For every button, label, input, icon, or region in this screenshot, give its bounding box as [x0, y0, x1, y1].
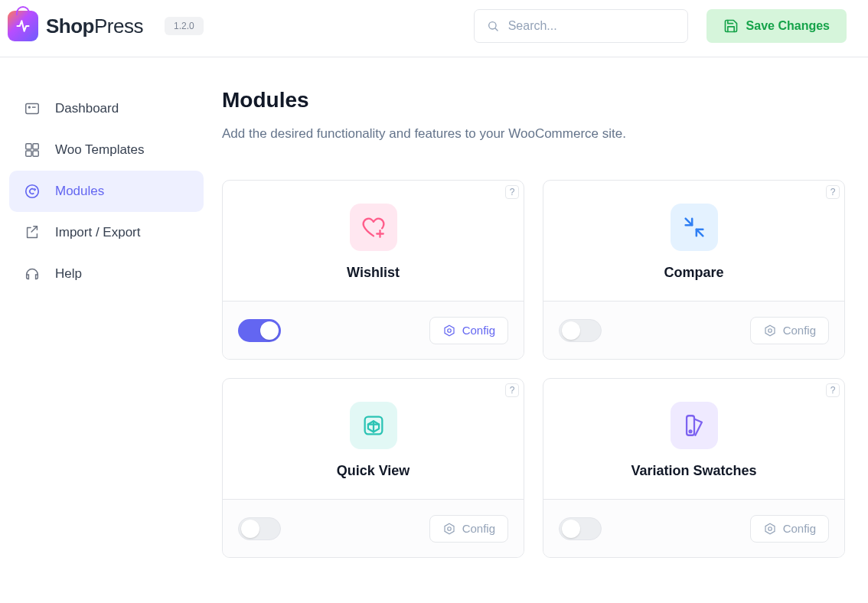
brand-logo-icon	[8, 11, 38, 41]
main-content: Modules Add the desired functionality an…	[222, 88, 868, 558]
sidebar-item-modules[interactable]: Modules	[9, 171, 204, 212]
svg-marker-20	[445, 523, 454, 534]
brand-name: ShopPress	[46, 15, 143, 38]
brand: ShopPress 1.2.0	[8, 11, 204, 41]
wishlist-icon	[350, 204, 397, 251]
save-icon	[723, 18, 739, 34]
config-icon	[763, 522, 777, 536]
module-config-label: Config	[462, 324, 495, 337]
svg-rect-5	[26, 144, 31, 149]
brand-name-bold: Shop	[46, 15, 94, 37]
svg-rect-2	[26, 104, 39, 114]
svg-rect-8	[33, 151, 38, 156]
variation-swatches-icon	[671, 402, 718, 449]
header: ShopPress 1.2.0 Save Changes	[0, 0, 868, 57]
module-card-quickview: ? Quick View Config	[222, 378, 524, 558]
sidebar-item-import-export[interactable]: Import / Export	[9, 212, 204, 253]
search-box[interactable]	[474, 9, 688, 43]
sidebar-item-label: Woo Templates	[55, 142, 145, 158]
sidebar-item-label: Modules	[55, 184, 104, 199]
module-config-button[interactable]: Config	[429, 515, 508, 543]
module-toggle[interactable]	[238, 517, 281, 540]
sidebar-item-label: Dashboard	[55, 101, 119, 116]
svg-point-25	[768, 526, 772, 530]
config-icon	[442, 522, 456, 536]
version-badge: 1.2.0	[165, 17, 204, 35]
save-button[interactable]: Save Changes	[706, 9, 847, 43]
config-icon	[442, 324, 456, 337]
module-config-button[interactable]: Config	[429, 317, 508, 344]
sidebar: Dashboard Woo Templates Modules Import /…	[0, 88, 222, 558]
help-icon	[23, 265, 41, 283]
module-config-label: Config	[462, 522, 495, 535]
modules-grid: ? Wishlist Config ?	[222, 180, 845, 558]
module-help-button[interactable]: ?	[505, 383, 519, 397]
module-card-wishlist: ? Wishlist Config	[222, 180, 524, 360]
modules-icon	[23, 182, 41, 200]
page-subtitle: Add the desired functionality and featur…	[222, 126, 845, 142]
svg-point-3	[28, 106, 30, 108]
svg-point-13	[447, 328, 451, 332]
svg-point-9	[26, 185, 39, 198]
svg-point-21	[447, 526, 451, 530]
page-title: Modules	[222, 88, 845, 112]
save-button-label: Save Changes	[746, 19, 830, 33]
module-toggle[interactable]	[559, 517, 602, 540]
module-toggle[interactable]	[559, 319, 602, 342]
search-icon	[487, 19, 499, 33]
svg-marker-24	[765, 523, 775, 534]
module-toggle[interactable]	[238, 319, 281, 342]
import-export-icon	[23, 223, 41, 242]
quickview-icon	[350, 402, 397, 449]
module-config-button[interactable]: Config	[750, 515, 829, 543]
sidebar-item-help[interactable]: Help	[9, 253, 204, 295]
svg-marker-14	[765, 325, 775, 336]
templates-icon	[23, 141, 41, 159]
config-icon	[763, 324, 777, 337]
compare-icon	[671, 204, 718, 251]
module-card-variation-swatches: ? Variation Swatches Config	[543, 378, 845, 558]
sidebar-item-label: Import / Export	[55, 225, 140, 240]
module-config-button[interactable]: Config	[750, 317, 829, 344]
module-title: Compare	[664, 265, 723, 281]
search-input[interactable]	[507, 18, 675, 34]
dashboard-icon	[23, 99, 41, 118]
brand-name-thin: Press	[94, 15, 143, 37]
svg-line-1	[495, 28, 498, 31]
sidebar-item-dashboard[interactable]: Dashboard	[9, 88, 204, 129]
module-card-compare: ? Compare Config	[543, 180, 845, 360]
module-help-button[interactable]: ?	[826, 185, 840, 199]
svg-point-15	[768, 328, 772, 332]
module-config-label: Config	[783, 324, 816, 337]
module-config-label: Config	[783, 522, 816, 535]
sidebar-item-label: Help	[55, 266, 82, 282]
svg-point-23	[689, 430, 691, 432]
module-help-button[interactable]: ?	[505, 185, 519, 199]
svg-rect-6	[33, 144, 38, 149]
svg-marker-12	[445, 325, 454, 336]
module-help-button[interactable]: ?	[826, 383, 840, 397]
svg-rect-7	[26, 151, 31, 156]
sidebar-item-templates[interactable]: Woo Templates	[9, 129, 204, 171]
module-title: Quick View	[337, 463, 410, 479]
module-title: Wishlist	[347, 265, 400, 281]
module-title: Variation Swatches	[631, 463, 756, 479]
